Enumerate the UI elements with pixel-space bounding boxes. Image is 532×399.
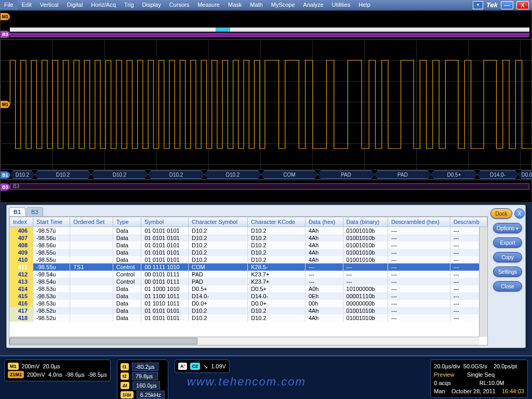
marker-m1-icon[interactable]: M1 bbox=[1, 13, 10, 20]
badge-m1: M1 bbox=[8, 363, 19, 370]
close-button[interactable]: Close bbox=[493, 281, 522, 291]
bus-segment[interactable]: D10.2 bbox=[10, 170, 35, 179]
options-button[interactable]: Options ▾ bbox=[493, 223, 522, 233]
bus-segment[interactable]: COM bbox=[261, 170, 318, 179]
tab-b1[interactable]: B1 bbox=[9, 207, 25, 216]
marker-b1-icon[interactable]: B1 bbox=[1, 171, 10, 179]
tab-b3[interactable]: B3 bbox=[26, 207, 43, 216]
menu-edit[interactable]: Edit bbox=[18, 0, 36, 10]
watermark-text: www.tehencom.com bbox=[187, 375, 306, 389]
column-header[interactable]: Data (hex) bbox=[305, 217, 343, 227]
overview-waveform[interactable]: M1 B3 bbox=[1, 11, 531, 39]
column-header[interactable]: Character Symbol bbox=[189, 217, 248, 227]
column-header[interactable]: Data (binary) bbox=[343, 217, 388, 227]
bus-b1-lane[interactable]: B1 D10.2D10.2D10.2D10.2D10.2COMPADPADD0.… bbox=[1, 169, 531, 180]
column-header[interactable]: Descrambled (hex) bbox=[388, 217, 450, 227]
bus-segment[interactable]: D10.2 bbox=[34, 170, 91, 179]
bus-segment[interactable]: D10.2 bbox=[91, 170, 148, 179]
table-row[interactable]: 416-98.53uData01 1010 1011D0.0+D0.0+00h0… bbox=[10, 300, 487, 307]
close-panel-button[interactable]: X bbox=[514, 208, 525, 219]
column-header[interactable]: Ordered Set bbox=[70, 217, 113, 227]
decode-table-container: IndexStart TimeOrdered SetTypeSymbolChar… bbox=[9, 216, 488, 345]
menu-myscope[interactable]: MyScope bbox=[267, 0, 299, 10]
dock-button[interactable]: Dock bbox=[490, 208, 512, 219]
overview-bus-b3 bbox=[10, 33, 529, 37]
overview-highlight bbox=[216, 28, 230, 32]
column-header[interactable]: Character KCode bbox=[248, 217, 305, 227]
menu-trig[interactable]: Trig bbox=[120, 0, 138, 10]
close-window-button[interactable]: X bbox=[516, 1, 529, 9]
status-bar: M1 200mV 20.0µs Z1M1 200mV 4.0ns -98.6µs… bbox=[0, 355, 532, 399]
menu-display[interactable]: Display bbox=[138, 0, 165, 10]
menu-dropdown-icon[interactable]: ▼ bbox=[473, 1, 483, 9]
marker-b3-main-icon[interactable]: B3 bbox=[1, 183, 10, 191]
table-row[interactable]: 407-98.56uData01 0101 0101D10.2D10.24Ah0… bbox=[10, 234, 487, 242]
decode-tabs: B1 B3 bbox=[7, 205, 490, 216]
column-header[interactable]: Symbol bbox=[141, 217, 189, 227]
cursor-readout[interactable]: t1-80.2µs t279.8µs Δt160.0µs 1/Δt6.25kHz bbox=[117, 360, 168, 399]
menu-math[interactable]: Math bbox=[246, 0, 267, 10]
bus-segment[interactable]: D10.2 bbox=[204, 170, 261, 179]
menu-vertical[interactable]: Vertical bbox=[36, 0, 63, 10]
overview-trace bbox=[10, 13, 529, 28]
waveform-trace bbox=[1, 39, 531, 169]
settings-button[interactable]: Settings bbox=[493, 267, 522, 277]
edge-icon: ↘ bbox=[203, 363, 208, 370]
waveform-display: M1 B3 M1 B1 D10.2D10.2D10.2D10.2D10.2COM… bbox=[0, 10, 532, 203]
menu-file[interactable]: File bbox=[0, 0, 18, 10]
main-waveform[interactable]: M1 bbox=[1, 39, 531, 169]
menu-measure[interactable]: Measure bbox=[193, 0, 224, 10]
column-header[interactable]: Start Time bbox=[33, 217, 70, 227]
panel-side-buttons: Dock X Options ▾ Export Copy Settings Cl… bbox=[490, 205, 525, 348]
badge-z1m1: Z1M1 bbox=[8, 371, 24, 378]
menu-analyze[interactable]: Analyze bbox=[299, 0, 328, 10]
bus-b3-lane[interactable]: B3 B3 bbox=[1, 180, 531, 193]
decode-table[interactable]: IndexStart TimeOrdered SetTypeSymbolChar… bbox=[9, 217, 487, 322]
export-button[interactable]: Export bbox=[493, 237, 522, 248]
vertical-scrollbar[interactable] bbox=[479, 227, 487, 337]
overview-bus-b1 bbox=[10, 28, 529, 32]
table-row[interactable]: 418-98.52uData01 0101 0101D10.2D10.24Ah0… bbox=[10, 314, 487, 322]
table-row[interactable]: 417-98.52uData01 0101 0101D10.2D10.24Ah0… bbox=[10, 307, 487, 314]
bus-segment[interactable]: D14.0- bbox=[477, 170, 518, 179]
table-row[interactable]: 406-98.57uData01 0101 0101D10.2D10.24Ah0… bbox=[10, 227, 487, 235]
brand-logo: Tek bbox=[486, 1, 498, 9]
decode-results-panel: B1 B3 IndexStart TimeOrdered SetTypeSymb… bbox=[6, 205, 526, 348]
bus-segment[interactable]: PAD bbox=[317, 170, 375, 179]
menu-digital[interactable]: Digital bbox=[63, 0, 87, 10]
menu-bar: FileEditVerticalDigitalHoriz/AcqTrigDisp… bbox=[0, 0, 532, 10]
marker-b3-icon[interactable]: B3 bbox=[1, 31, 10, 38]
channel-readout[interactable]: M1 200mV 20.0µs Z1M1 200mV 4.0ns -98.6µs… bbox=[4, 360, 111, 381]
bus-segment[interactable]: D0.0+ bbox=[518, 170, 532, 179]
table-row[interactable]: 411-98.55uTS1Control00 1111 1010COMK28.5… bbox=[10, 263, 487, 271]
table-row[interactable]: 415-98.53uData01 1100 1011D14.0-D14.0-0E… bbox=[10, 292, 487, 300]
column-header[interactable]: Type bbox=[113, 217, 141, 227]
bus-segment[interactable]: PAD bbox=[374, 170, 431, 179]
table-row[interactable]: 408-98.56uData01 0101 0101D10.2D10.24Ah0… bbox=[10, 242, 487, 249]
column-header[interactable]: Descramb bbox=[450, 217, 487, 227]
table-row[interactable]: 412-98.54uControl00 0101 0111PADK23.7+--… bbox=[10, 271, 487, 278]
horizontal-scrollbar[interactable] bbox=[9, 337, 479, 345]
bus-segment[interactable]: D10.2 bbox=[148, 170, 205, 179]
menu-help[interactable]: Help bbox=[354, 0, 375, 10]
minimize-button[interactable]: — bbox=[501, 1, 513, 9]
menu-horizacq[interactable]: Horiz/Acq bbox=[87, 0, 120, 10]
trigger-readout[interactable]: A' C2 ↘ 1.09V bbox=[175, 360, 230, 373]
column-header[interactable]: Index bbox=[10, 217, 33, 227]
table-row[interactable]: 413-98.54uControl00 0101 0111PADK23.7+--… bbox=[10, 278, 487, 285]
table-row[interactable]: 410-98.55uData01 0101 0101D10.2D10.24Ah0… bbox=[10, 256, 487, 263]
table-row[interactable]: 414-98.53uData01 1000 1010D0.5+D0.5+A0h1… bbox=[10, 285, 487, 292]
copy-button[interactable]: Copy bbox=[493, 252, 522, 262]
menu-cursors[interactable]: Cursors bbox=[165, 0, 194, 10]
menu-utilities[interactable]: Utilities bbox=[328, 0, 354, 10]
bus-segment[interactable]: D0.5+ bbox=[431, 170, 477, 179]
menu-mask[interactable]: Mask bbox=[224, 0, 246, 10]
acquisition-readout[interactable]: 20.0µs/div 50.0GS/s 20.0ps/pt Preview Si… bbox=[430, 360, 528, 398]
table-row[interactable]: 409-98.55uData01 0101 0101D10.2D10.24Ah0… bbox=[10, 249, 487, 256]
